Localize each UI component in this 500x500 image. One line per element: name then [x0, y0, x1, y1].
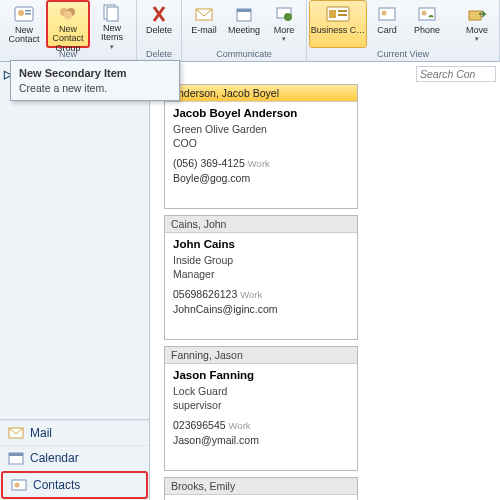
- delete-icon: [147, 3, 171, 25]
- card-icon: [375, 3, 399, 25]
- tooltip-title: New Secondary Item: [19, 67, 171, 79]
- new-items-button[interactable]: New Items ▾: [90, 0, 134, 48]
- ribbon-group-new: New Contact New Contact Group New Items …: [0, 0, 137, 62]
- search-input[interactable]: [416, 66, 496, 82]
- move-icon: [465, 3, 489, 25]
- ribbon-group-communicate: E-mail Meeting More ▾ Communicate: [182, 0, 307, 62]
- group-label-delete: Delete: [146, 48, 172, 60]
- more-icon: [272, 3, 296, 25]
- contact-card[interactable]: Fanning, JasonJason FanningLock Guardsup…: [164, 346, 358, 471]
- group-label-new: New: [59, 48, 77, 60]
- card-header: Anderson, Jacob Boyel: [165, 85, 357, 102]
- nav-mail[interactable]: Mail: [0, 420, 149, 445]
- ribbon: New Contact New Contact Group New Items …: [0, 0, 500, 62]
- card-email: Jason@ymail.com: [173, 433, 349, 447]
- group-label-view: Current View: [377, 48, 429, 60]
- card-title: Manager: [173, 267, 349, 281]
- content: Anderson, Jacob BoyelJacob Boyel Anderso…: [150, 62, 500, 500]
- email-button[interactable]: E-mail: [184, 0, 224, 48]
- contact-group-icon: [56, 4, 80, 24]
- new-items-icon: [100, 3, 124, 23]
- svg-rect-25: [9, 453, 23, 456]
- nav-pane: ▷ My C Contacts Mail Calendar Contacts: [0, 62, 150, 500]
- tooltip: New Secondary Item Create a new item.: [10, 60, 180, 101]
- contact-icon: [12, 3, 36, 25]
- main: ▷ My C Contacts Mail Calendar Contacts A…: [0, 62, 500, 500]
- svg-point-21: [422, 11, 427, 16]
- card-header: Brooks, Emily: [165, 478, 357, 495]
- tooltip-body: Create a new item.: [19, 82, 171, 94]
- meeting-button[interactable]: Meeting: [224, 0, 264, 48]
- nav-calendar[interactable]: Calendar: [0, 445, 149, 470]
- svg-point-1: [18, 10, 24, 16]
- business-card-icon: [326, 3, 350, 25]
- svg-rect-17: [338, 14, 347, 16]
- phone-view-button[interactable]: Phone: [407, 0, 447, 48]
- card-company: Inside Group: [173, 253, 349, 267]
- card-company: Lock Guard: [173, 384, 349, 398]
- card-title: COO: [173, 136, 349, 150]
- nav-contacts[interactable]: Contacts: [1, 471, 148, 499]
- new-contact-group-button[interactable]: New Contact Group: [46, 0, 90, 48]
- dropdown-icon: ▾: [282, 35, 286, 42]
- svg-rect-20: [419, 8, 435, 20]
- card-body: Jacob Boyel AndersonGreen Olive GardenCO…: [165, 102, 357, 189]
- calendar-icon: [8, 451, 24, 465]
- phone-icon: [415, 3, 439, 25]
- svg-point-13: [284, 13, 292, 21]
- card-title: supervisor: [173, 398, 349, 412]
- meeting-icon: [232, 3, 256, 25]
- card-body: Emily BrooksPerceptionAsst. Manager: [165, 495, 357, 500]
- move-button[interactable]: Move ▾: [457, 0, 497, 48]
- card-body: Jason FanningLock Guardsupervisor0236965…: [165, 364, 357, 451]
- card-email: JohnCains@iginc.com: [173, 302, 349, 316]
- svg-rect-16: [338, 10, 347, 12]
- contacts-icon: [11, 478, 27, 492]
- more-button[interactable]: More ▾: [264, 0, 304, 48]
- dropdown-icon: ▾: [475, 35, 479, 42]
- svg-point-27: [15, 483, 20, 488]
- card-name: Jason Fanning: [173, 368, 349, 384]
- contact-card[interactable]: Brooks, EmilyEmily BrooksPerceptionAsst.…: [164, 477, 358, 500]
- card-header: Cains, John: [165, 216, 357, 233]
- ribbon-group-delete: Delete Delete: [137, 0, 182, 62]
- ribbon-group-view: Business C… Card Phone Move ▾ Current Vi…: [307, 0, 500, 62]
- new-contact-button[interactable]: New Contact: [2, 0, 46, 48]
- card-phone: 05698626123Work: [173, 287, 349, 302]
- nav-tree: ▷ My C Contacts: [0, 62, 149, 419]
- card-company: Green Olive Garden: [173, 122, 349, 136]
- svg-rect-8: [107, 7, 118, 21]
- card-phone: 023696545Work: [173, 418, 349, 433]
- svg-rect-3: [25, 13, 31, 15]
- group-label-communicate: Communicate: [216, 48, 272, 60]
- svg-rect-22: [469, 11, 481, 20]
- nav-bottom: Mail Calendar Contacts: [0, 419, 149, 500]
- contact-card[interactable]: Anderson, Jacob BoyelJacob Boyel Anderso…: [164, 84, 358, 209]
- email-icon: [192, 3, 216, 25]
- svg-rect-11: [237, 9, 251, 12]
- delete-button[interactable]: Delete: [139, 0, 179, 48]
- svg-point-19: [382, 11, 387, 16]
- card-header: Fanning, Jason: [165, 347, 357, 364]
- business-card-view-button[interactable]: Business C…: [309, 0, 367, 48]
- card-email: Boyle@gog.com: [173, 171, 349, 185]
- cards-area: Anderson, Jacob BoyelJacob Boyel Anderso…: [150, 84, 500, 500]
- card-name: Jacob Boyel Anderson: [173, 106, 349, 122]
- svg-rect-15: [329, 10, 336, 18]
- card-body: John CainsInside GroupManager05698626123…: [165, 233, 357, 320]
- mail-icon: [8, 426, 24, 440]
- card-view-button[interactable]: Card: [367, 0, 407, 48]
- svg-rect-2: [25, 10, 31, 12]
- svg-point-6: [64, 11, 72, 19]
- contact-card[interactable]: Cains, JohnJohn CainsInside GroupManager…: [164, 215, 358, 340]
- card-name: John Cains: [173, 237, 349, 253]
- card-phone: (056) 369-4125Work: [173, 156, 349, 171]
- dropdown-icon: ▾: [110, 43, 114, 50]
- search-box: [416, 66, 496, 82]
- svg-rect-18: [379, 8, 395, 20]
